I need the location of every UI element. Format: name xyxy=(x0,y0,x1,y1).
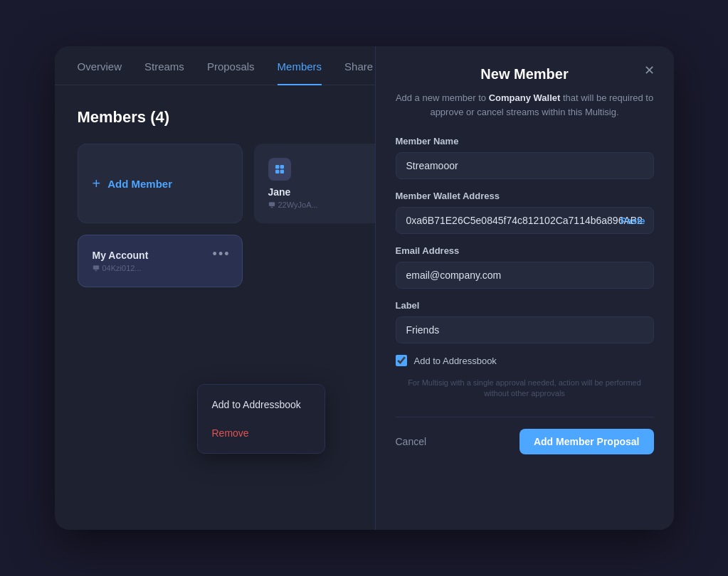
tab-members[interactable]: Members xyxy=(278,46,322,85)
app-container: Overview Streams Proposals Members Share… xyxy=(55,46,674,530)
add-member-card[interactable]: + Add Member xyxy=(78,144,243,223)
label-group: Label xyxy=(396,300,654,343)
svg-rect-0 xyxy=(275,165,279,169)
wallet-address-label: Member Wallet Address xyxy=(396,191,654,201)
member-name-label: Member Name xyxy=(396,136,654,146)
info-note: For Multisig with a single approval need… xyxy=(396,378,654,400)
tab-share[interactable]: Share xyxy=(344,46,373,85)
email-input[interactable] xyxy=(396,262,654,289)
paste-button[interactable]: Paste xyxy=(621,215,645,226)
add-member-label: Add Member xyxy=(107,178,172,190)
add-member-proposal-button[interactable]: Add Member Proposal xyxy=(519,429,654,454)
addressbook-checkbox[interactable] xyxy=(396,355,407,366)
member-name-input[interactable] xyxy=(396,152,654,179)
my-account-name: My Account xyxy=(93,250,228,261)
wallet-address-group: Member Wallet Address Paste xyxy=(396,191,654,234)
label-field-label: Label xyxy=(396,300,654,311)
context-add-addressbook[interactable]: Add to Addressbook xyxy=(198,390,325,419)
context-menu: Add to Addressbook Remove xyxy=(197,384,325,454)
cancel-button[interactable]: Cancel xyxy=(396,436,427,447)
svg-rect-2 xyxy=(275,170,279,174)
members-grid: + Add Member Jane 22WyJoA... ••• My Acco… xyxy=(78,144,419,287)
email-group: Email Address xyxy=(396,245,654,289)
tab-proposals[interactable]: Proposals xyxy=(207,46,255,85)
tab-overview[interactable]: Overview xyxy=(78,46,122,85)
modal-footer: Cancel Add Member Proposal xyxy=(396,417,654,454)
modal-subtitle: Add a new member to Company Wallet that … xyxy=(396,91,654,119)
three-dots-button[interactable]: ••• xyxy=(213,247,231,262)
wallet-address-wrapper: Paste xyxy=(396,207,654,234)
tab-streams[interactable]: Streams xyxy=(144,46,184,85)
new-member-modal: ✕ New Member Add a new member to Company… xyxy=(375,46,674,530)
modal-title: New Member xyxy=(396,66,654,82)
addressbook-checkbox-label[interactable]: Add to Addressbook xyxy=(414,356,497,366)
my-account-card[interactable]: ••• My Account 04Kzi012... xyxy=(78,235,243,287)
svg-rect-4 xyxy=(268,202,274,206)
addressbook-checkbox-row: Add to Addressbook xyxy=(396,355,654,366)
label-input[interactable] xyxy=(396,316,654,343)
my-account-address: 04Kzi012... xyxy=(93,264,228,272)
svg-rect-3 xyxy=(280,170,283,174)
svg-rect-5 xyxy=(93,265,98,270)
jane-avatar xyxy=(268,158,291,181)
member-name-group: Member Name xyxy=(396,136,654,179)
email-label: Email Address xyxy=(396,245,654,256)
wallet-address-input[interactable] xyxy=(396,207,654,234)
context-remove[interactable]: Remove xyxy=(198,419,325,447)
add-icon: + xyxy=(93,176,101,192)
svg-rect-1 xyxy=(280,165,283,169)
modal-close-button[interactable]: ✕ xyxy=(640,60,660,80)
